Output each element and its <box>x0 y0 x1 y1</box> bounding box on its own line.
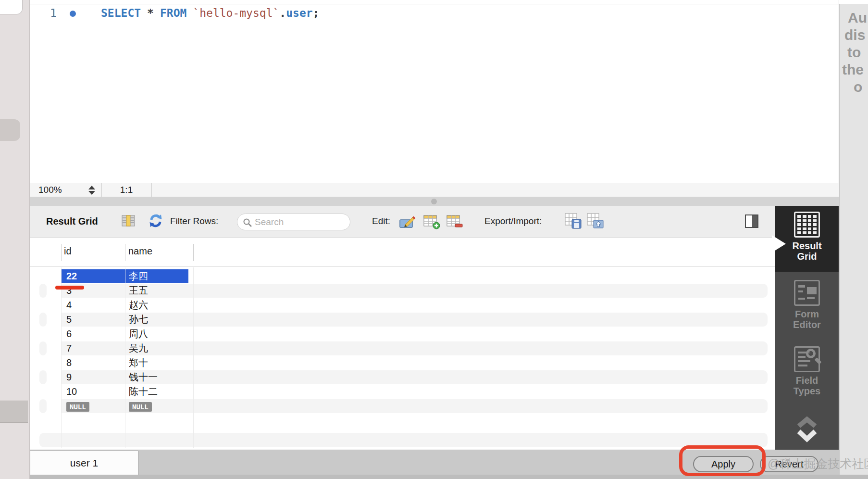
help-panel: Audistotheo <box>839 4 868 476</box>
active-item-notch <box>772 235 786 252</box>
help-text-line: the <box>840 61 868 78</box>
apply-button[interactable]: Apply <box>693 456 754 472</box>
result-grid: id name 22 李四 3 王五 4 赵六 5 孙七 6 周八 <box>30 238 775 450</box>
grid-header-row: id name <box>30 238 775 267</box>
sidebar-label-line: Field <box>775 375 839 386</box>
sql-line-1[interactable]: 1 SELECT*FROM`hello-mysql`.user; <box>30 7 839 21</box>
result-grid-title: Result Grid <box>46 216 98 227</box>
header-divider <box>193 244 194 261</box>
import-recordset-icon[interactable] <box>586 213 605 230</box>
cell-name[interactable]: NULL <box>125 399 193 414</box>
column-header-id[interactable]: id <box>64 246 72 257</box>
sidebar-label-line: Editor <box>775 319 839 330</box>
table-row[interactable]: 6 周八 <box>30 327 775 341</box>
row-gutter[interactable] <box>30 269 62 284</box>
cell-id[interactable]: 6 <box>62 327 125 341</box>
table-row[interactable]: 3 王五 <box>30 284 775 298</box>
sql-table-ref: `hello-mysql` <box>193 7 279 19</box>
row-gutter[interactable] <box>30 399 62 414</box>
row-gutter[interactable] <box>30 385 62 399</box>
null-badge: NULL <box>129 402 152 412</box>
header-divider <box>61 244 62 261</box>
cell-name[interactable]: 吴九 <box>125 341 193 356</box>
table-row[interactable]: 5 孙七 <box>30 313 775 327</box>
export-import-label: Export/Import: <box>484 216 542 227</box>
sql-editor[interactable]: 1 SELECT*FROM`hello-mysql`.user; <box>30 0 839 183</box>
help-text-line: dis <box>840 26 868 43</box>
annotation-underline <box>55 286 84 290</box>
sql-column-ref: user <box>286 7 312 19</box>
refresh-icon[interactable] <box>148 213 163 228</box>
table-row[interactable]: 8 郑十 <box>30 356 775 370</box>
cell-id[interactable]: 5 <box>62 313 125 327</box>
pane-splitter[interactable] <box>30 197 839 206</box>
edit-record-icon[interactable] <box>399 214 416 229</box>
sidebar-toggle-icon[interactable] <box>745 214 758 228</box>
cell-id[interactable]: 9 <box>62 370 125 385</box>
left-top-card <box>0 0 23 14</box>
cell-name[interactable]: 周八 <box>125 327 193 341</box>
revert-button[interactable]: Revert <box>760 456 818 472</box>
table-row[interactable]: 10 陈十二 <box>30 385 775 399</box>
cell-name[interactable]: 李四 <box>125 269 193 284</box>
sidebar-label-line: Types <box>775 386 839 396</box>
export-recordset-icon[interactable] <box>564 213 583 230</box>
table-row[interactable]: 4 赵六 <box>30 298 775 313</box>
sql-keyword-select: SELECT <box>101 7 141 19</box>
sidebar-item-form-editor[interactable]: Form Editor <box>775 278 839 344</box>
cell-name[interactable]: 赵六 <box>125 298 193 313</box>
left-edge-panel <box>0 0 30 479</box>
row-gutter[interactable] <box>30 298 62 313</box>
delete-row-icon[interactable] <box>446 214 463 229</box>
panel-divider <box>839 0 839 479</box>
cell-id[interactable]: 7 <box>62 341 125 356</box>
result-grid-toolbar: Result Grid Filter Rows: Edit: <box>30 206 775 238</box>
row-gutter[interactable] <box>30 370 62 385</box>
cell-name[interactable]: 孙七 <box>125 313 193 327</box>
splitter-handle-icon[interactable] <box>431 199 437 204</box>
cell-name[interactable]: 王五 <box>125 284 193 298</box>
help-text-line: o <box>840 78 868 95</box>
table-row[interactable]: 9 钱十一 <box>30 370 775 385</box>
cell-id[interactable]: 22 <box>62 269 125 284</box>
null-badge: NULL <box>66 402 89 412</box>
sql-star: * <box>147 7 154 19</box>
insert-row-icon[interactable] <box>423 214 440 229</box>
help-text-line: Au <box>840 4 868 26</box>
result-grid-icon <box>794 212 820 238</box>
line-number: 1 <box>50 7 57 19</box>
cell-name[interactable]: 郑十 <box>125 356 193 370</box>
row-gutter[interactable] <box>30 341 62 356</box>
search-box[interactable] <box>237 214 350 230</box>
zoom-level-value: 100% <box>38 185 62 195</box>
left-gray-block <box>0 401 28 423</box>
table-row[interactable]: 22 李四 <box>30 269 775 284</box>
left-gray-tab[interactable] <box>0 119 20 141</box>
search-input[interactable] <box>255 215 346 228</box>
row-gutter[interactable] <box>30 356 62 370</box>
table-row[interactable]: 7 吴九 <box>30 341 775 356</box>
sql-dot: . <box>279 7 286 19</box>
row-gutter[interactable] <box>30 327 62 341</box>
sidebar-label-line: Form <box>775 309 839 319</box>
sql-code[interactable]: SELECT*FROM`hello-mysql`.user; <box>101 7 319 19</box>
scroll-down-chevron-icon[interactable] <box>795 428 818 443</box>
column-view-icon[interactable] <box>121 214 136 228</box>
cell-name[interactable]: 钱十一 <box>125 370 193 385</box>
cell-id[interactable]: 4 <box>62 298 125 313</box>
table-row[interactable]: NULL NULL <box>30 399 775 414</box>
sidebar-item-field-types[interactable]: Field Types <box>775 344 839 411</box>
cell-id[interactable]: 10 <box>62 385 125 399</box>
tab-user-1[interactable]: user 1 <box>30 451 138 475</box>
cell-name[interactable]: 陈十二 <box>125 385 193 399</box>
grid-rows: 22 李四 3 王五 4 赵六 5 孙七 6 周八 7 吴九 8 郑十 9 钱十… <box>30 269 775 414</box>
cell-id[interactable]: NULL <box>62 399 125 414</box>
search-icon <box>243 218 252 227</box>
cell-id[interactable]: 8 <box>62 356 125 370</box>
zoom-stepper[interactable] <box>88 186 95 194</box>
help-panel-lines: Audistotheo <box>840 4 868 95</box>
row-gutter[interactable] <box>30 313 62 327</box>
sql-keyword-from: FROM <box>160 7 186 19</box>
column-header-name[interactable]: name <box>128 246 152 257</box>
ratio-value: 1:1 <box>101 185 151 195</box>
